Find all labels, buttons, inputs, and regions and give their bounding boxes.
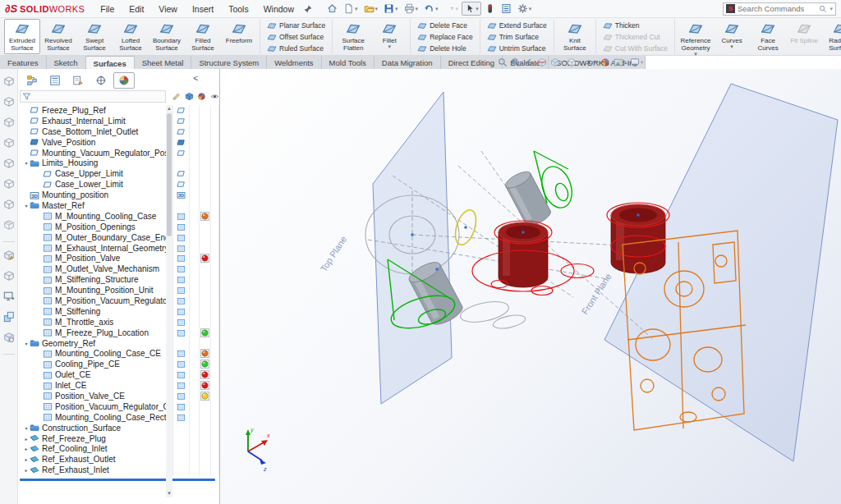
tree-row-m-exhaust-internal-geometry[interactable]: M_Exhaust_Internal_Geometry — [18, 243, 220, 254]
view-settings-button[interactable]: ▾ — [630, 57, 643, 67]
menu-insert[interactable]: Insert — [185, 2, 221, 16]
search-icon[interactable] — [819, 5, 827, 13]
reference-geometry-button[interactable]: Reference Geometry▾ — [678, 19, 714, 54]
tab-mold-tools[interactable]: Mold Tools — [322, 56, 375, 69]
tree-row-m-outlet-valve-mechanism[interactable]: M_Outlet_Valve_Mechanism — [18, 263, 220, 274]
manager-tab-display-manager[interactable] — [113, 72, 135, 89]
thickened-cut-button[interactable]: Thickened Cut — [599, 31, 672, 43]
undo-button[interactable]: ▾ — [421, 2, 441, 16]
dropdown-caret[interactable]: ▾ — [388, 44, 391, 49]
ruled-surface-button[interactable]: Ruled Surface — [263, 43, 329, 54]
tree-row-valve-position[interactable]: Valve_Position — [18, 137, 220, 148]
dropdown-caret[interactable]: ▾ — [355, 6, 358, 12]
scroll-down-arrow[interactable]: ▼ — [166, 490, 172, 497]
tree-row-ref-freeze-plug[interactable]: ▸Ref_Freeze_Plug — [18, 433, 220, 444]
tree-row-freeze-plug-ref[interactable]: Freeze_Plug_Ref — [18, 105, 220, 116]
tree-filter-row[interactable] — [20, 90, 166, 103]
dropdown-caret[interactable]: ▾ — [624, 59, 627, 66]
trim-surface-button[interactable]: Trim Surface — [483, 31, 551, 43]
untrim-surface-button[interactable]: Untrim Surface — [483, 43, 551, 54]
tree-row-ref-cooling-inlet[interactable]: ▸Ref_Cooling_Inlet — [18, 444, 220, 455]
swept-surface-button[interactable]: Swept Surface — [76, 19, 113, 54]
tree-row-exhaust-internal-limit[interactable]: Exhaust_Internal_Limit — [18, 116, 220, 126]
performance-light-button[interactable] — [482, 2, 498, 16]
status-dot-red[interactable] — [200, 370, 209, 379]
status-dot-red[interactable] — [200, 381, 209, 390]
tree-item[interactable]: ▸Ref_Cooling_Inlet — [18, 444, 166, 454]
section-view-button[interactable] — [537, 57, 547, 67]
view-cube-button[interactable] — [3, 199, 15, 213]
view-cube-button[interactable] — [3, 96, 15, 111]
boundary-surface-button[interactable]: Boundary Surface — [149, 19, 185, 54]
dropdown-caret[interactable]: ▾ — [561, 59, 563, 66]
face-curves-button[interactable]: Face Curves — [750, 19, 786, 54]
dropdown-caret[interactable]: ▾ — [529, 6, 532, 12]
tab-features[interactable]: Features — [0, 56, 47, 69]
dropdown-caret[interactable]: ▾ — [375, 6, 379, 12]
display-style-button[interactable]: ▾ — [567, 57, 580, 67]
tree-item[interactable]: Freeze_Plug_Ref — [18, 105, 166, 115]
tree-item[interactable]: Cooling_Pipe_CE — [18, 360, 166, 369]
tree-item[interactable]: ▾Master_Ref — [18, 200, 166, 210]
open-button[interactable]: ▾ — [361, 2, 381, 16]
dropdown-caret[interactable]: ▾ — [395, 6, 398, 12]
tab-weldments[interactable]: Weldments — [267, 56, 321, 69]
tree-item[interactable]: M_Freeze_Plug_Location — [18, 328, 166, 337]
tab-structure-system[interactable]: Structure System — [191, 56, 267, 69]
cube-ghost-button[interactable] — [3, 270, 15, 285]
view-cube-button[interactable] — [3, 178, 15, 193]
filled-surface-button[interactable]: Filled Surface — [185, 19, 221, 54]
view-cube-button[interactable] — [3, 158, 15, 172]
cube-pencil-button[interactable] — [3, 250, 15, 264]
pin-icon[interactable] — [303, 4, 313, 14]
rollback-bar[interactable] — [20, 479, 215, 481]
offset-surface-button[interactable]: Offset Surface — [263, 31, 329, 43]
tree-item[interactable]: M_Position_Vacuum_Regulator — [18, 296, 166, 305]
manager-tab-configuration-manager[interactable] — [67, 72, 89, 89]
dropdown-caret[interactable]: ▾ — [435, 6, 439, 12]
select-cursor-button[interactable]: ▾ — [462, 2, 481, 16]
sketch-pencil-column-button[interactable] — [172, 89, 181, 104]
tree-item[interactable]: ▸Ref_Exhaust_Inlet — [18, 465, 166, 475]
print-button[interactable]: ▾ — [402, 2, 421, 16]
view-cube-button[interactable] — [3, 117, 15, 131]
rebuild-list-button[interactable] — [499, 2, 514, 16]
tree-item[interactable]: Inlet_CE — [18, 381, 166, 391]
expander-closed[interactable]: ▸ — [23, 446, 30, 451]
edit-appearance-button[interactable] — [600, 57, 610, 67]
tree-item[interactable]: Oulet_CE — [18, 370, 166, 380]
status-dot-red[interactable] — [200, 254, 209, 263]
tree-row-position-vacuum-regulator-ce[interactable]: Position_Vacuum_Regulator_CE — [18, 401, 220, 412]
home-button[interactable] — [324, 2, 340, 16]
search-dropdown-caret[interactable]: ▾ — [830, 6, 833, 12]
tree-row-case-lower-limit[interactable]: Case_Lower_Limit — [18, 179, 220, 190]
hide-eye-column-button[interactable] — [210, 89, 219, 104]
tree-scrollbar[interactable]: ▲ ▼ — [166, 105, 172, 497]
expander-closed[interactable]: ▸ — [23, 436, 30, 442]
dropdown-caret[interactable]: ▾ — [577, 59, 580, 66]
fit-spline-button[interactable]: Fit Spline — [786, 19, 822, 54]
dropdown-caret[interactable]: ▾ — [416, 6, 419, 12]
tree-row-case-bottom-inlet-outlet[interactable]: Case_Bottom_Inlet_Outlet — [18, 126, 220, 137]
expander-open[interactable]: ▾ — [23, 341, 30, 346]
replace-face-button[interactable]: Replace Face — [413, 31, 476, 43]
menu-tools[interactable]: Tools — [221, 2, 256, 16]
search-commands-box[interactable]: S ▾ — [723, 2, 836, 16]
scroll-up-arrow[interactable]: ▲ — [166, 105, 172, 112]
tab-surfaces[interactable]: Surfaces — [86, 56, 135, 69]
tree-row-mounting-position[interactable]: 3DMounting_position3D — [18, 190, 220, 200]
status-dot-orange[interactable] — [200, 212, 209, 221]
display-cube-column-button[interactable] — [185, 89, 194, 104]
tree-row-limits-housing[interactable]: ▾Limits_Housing — [18, 158, 220, 168]
tree-row-m-position-openings[interactable]: M_Position_Openings — [18, 222, 220, 232]
view-cube-button[interactable] — [3, 76, 15, 90]
tree-row-m-mounting-cooling-case[interactable]: M_Mounting_Cooling_Case — [18, 211, 220, 222]
tree-item[interactable]: Valve_Position — [18, 137, 166, 147]
tree-row-geometry-ref[interactable]: ▾Geometry_Ref — [18, 338, 220, 349]
tree-row-ref-exhaust-outlet[interactable]: ▸Ref_Exhaust_Outlet — [18, 454, 220, 465]
cubes-stack-button[interactable] — [3, 311, 15, 326]
tree-item[interactable]: Case_Bottom_Inlet_Outlet — [18, 126, 166, 136]
expander-open[interactable]: ▾ — [23, 203, 30, 208]
tree-row-mounting-cooling-case-rect-channel-ce[interactable]: Mounting_Cooling_Case_Rect_Channel_CE — [18, 412, 220, 423]
tree-row-m-throttle-axis[interactable]: M_Throttle_axis — [18, 317, 220, 328]
